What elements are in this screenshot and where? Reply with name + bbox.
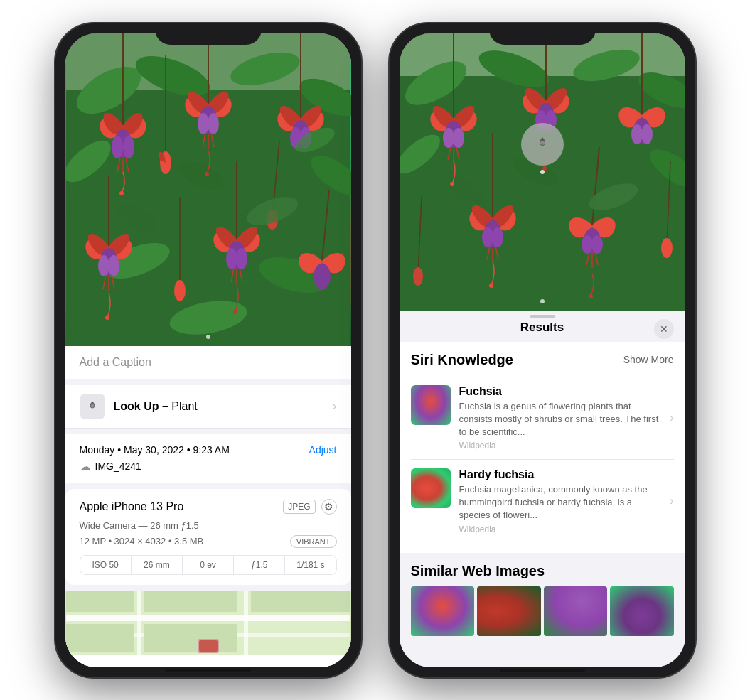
info-button[interactable] [230, 662, 262, 667]
fuchsia-description: Fuchsia is a genus of flowering plants t… [459, 400, 662, 439]
photo-area-left[interactable] [65, 33, 351, 346]
similar-image-4[interactable] [610, 586, 674, 636]
svg-rect-62 [137, 591, 141, 655]
svg-point-48 [174, 280, 186, 301]
svg-point-58 [233, 310, 237, 314]
caption-placeholder[interactable]: Add a Caption [80, 356, 151, 368]
adjust-button[interactable]: Adjust [309, 444, 337, 456]
resolution-info: 12 MP • 3024 × 4032 • 3.5 MB VIBRANT [80, 535, 337, 548]
svg-point-21 [208, 113, 219, 134]
exif-focal: 26 mm [132, 556, 183, 574]
svg-point-59 [90, 404, 94, 407]
svg-rect-66 [144, 591, 237, 612]
svg-point-46 [314, 264, 331, 289]
svg-rect-65 [66, 591, 134, 612]
svg-point-127 [489, 284, 493, 288]
camera-block: Apple iPhone 13 Pro JPEG ⚙ Wide Camera —… [65, 489, 351, 585]
share-button[interactable] [80, 662, 111, 667]
bottom-toolbar [65, 655, 351, 667]
photo-indicator [206, 335, 210, 339]
home-indicator-right [500, 669, 585, 672]
cloud-icon: ☁ [80, 460, 91, 473]
left-phone: Add a Caption Look Up – Plant › Mon [55, 23, 361, 677]
jpeg-badge: JPEG [283, 500, 315, 514]
settings-icon[interactable]: ⚙ [321, 499, 337, 515]
metadata-block: Monday • May 30, 2022 • 9:23 AM Adjust ☁… [65, 434, 351, 483]
svg-point-125 [450, 182, 454, 186]
fuchsia-chevron-icon: › [670, 411, 673, 424]
filename-row: ☁ IMG_4241 [80, 460, 337, 473]
svg-point-33 [98, 255, 109, 276]
right-phone: Results ✕ Siri Knowledge Show More Fuchs… [390, 23, 695, 677]
svg-point-113 [582, 235, 593, 254]
svg-point-119 [661, 238, 673, 258]
hardy-title: Hardy fuchsia [459, 468, 662, 481]
svg-point-14 [123, 136, 134, 158]
hardy-thumbnail [411, 468, 451, 508]
camera-model: Apple iPhone 13 Pro [80, 500, 184, 513]
siri-knowledge-section: Siri Knowledge Show More Fuchsia Fuchsia… [400, 342, 685, 553]
visual-search-button[interactable] [521, 123, 564, 166]
svg-point-40 [226, 248, 237, 269]
svg-rect-67 [251, 591, 350, 612]
info-panel: Add a Caption Look Up – Plant › Mon [65, 346, 351, 667]
fuchsia-content: Fuchsia Fuchsia is a genus of flowering … [459, 385, 662, 451]
similar-image-2[interactable] [477, 586, 541, 636]
svg-point-57 [105, 316, 109, 320]
svg-point-102 [631, 124, 643, 144]
knowledge-card-fuchsia[interactable]: Fuchsia Fuchsia is a genus of flowering … [411, 377, 674, 461]
svg-rect-63 [244, 591, 248, 655]
visual-search-dot [540, 170, 545, 174]
show-more-button[interactable]: Show More [623, 354, 674, 365]
similar-images-title: Similar Web Images [411, 563, 674, 579]
knowledge-card-hardy[interactable]: Hardy fuchsia Fuchsia magellanica, commo… [411, 460, 674, 543]
siri-section-header: Siri Knowledge Show More [411, 352, 674, 368]
home-indicator [166, 669, 251, 672]
style-badge: VIBRANT [290, 535, 337, 548]
photo-indicator-right [540, 299, 545, 303]
fuchsia-source: Wikipedia [459, 441, 662, 451]
caption-area[interactable]: Add a Caption [65, 346, 351, 379]
svg-point-91 [443, 128, 454, 148]
svg-point-103 [641, 124, 653, 144]
svg-point-55 [119, 191, 124, 195]
svg-point-121 [413, 267, 423, 286]
svg-point-129 [540, 141, 545, 145]
svg-rect-68 [66, 624, 134, 652]
svg-point-107 [492, 227, 503, 247]
exif-ev: 0 ev [183, 556, 234, 574]
svg-point-128 [589, 294, 593, 298]
exif-shutter: 1/181 s [285, 556, 336, 574]
results-title: Results [520, 321, 564, 335]
svg-rect-61 [66, 615, 350, 621]
notch-right [489, 23, 596, 45]
svg-point-56 [205, 172, 209, 176]
svg-point-20 [198, 113, 209, 134]
similar-image-3[interactable] [544, 586, 608, 636]
svg-point-13 [112, 136, 123, 158]
siri-knowledge-title: Siri Knowledge [411, 352, 513, 368]
hardy-chevron-icon: › [670, 495, 673, 507]
hardy-description: Fuchsia magellanica, commonly known as t… [459, 483, 662, 522]
hardy-source: Wikipedia [459, 524, 662, 534]
svg-point-34 [108, 255, 119, 276]
similar-image-1[interactable] [411, 586, 475, 636]
svg-point-106 [482, 227, 493, 247]
photo-area-right[interactable] [400, 33, 685, 311]
map-area[interactable] [65, 591, 351, 655]
fuchsia-thumbnail [411, 385, 451, 425]
similar-images-section: Similar Web Images [400, 553, 685, 643]
lookup-chevron-icon: › [333, 399, 337, 414]
similar-images-grid [411, 586, 674, 636]
svg-point-114 [591, 235, 603, 254]
delete-button[interactable] [306, 662, 337, 667]
lookup-row[interactable]: Look Up – Plant › [65, 385, 351, 429]
close-button[interactable]: ✕ [654, 319, 674, 339]
hardy-content: Hardy fuchsia Fuchsia magellanica, commo… [459, 468, 662, 534]
favorite-button[interactable] [155, 662, 186, 667]
svg-point-41 [236, 248, 247, 269]
svg-rect-69 [144, 624, 237, 652]
results-panel: Results ✕ Siri Knowledge Show More Fuchs… [400, 311, 685, 667]
photo-date: Monday • May 30, 2022 • 9:23 AM [80, 444, 230, 456]
notch [155, 23, 262, 45]
